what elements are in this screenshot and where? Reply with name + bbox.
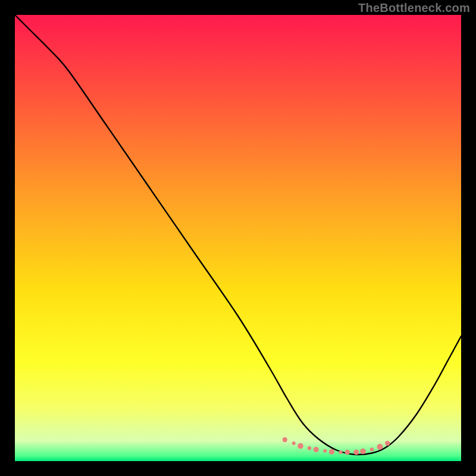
curve-layer	[15, 15, 461, 461]
valley-dot	[292, 441, 296, 445]
valley-dot	[360, 449, 366, 455]
valley-dot	[353, 449, 359, 455]
valley-dot	[385, 441, 390, 446]
valley-dot	[339, 450, 343, 454]
watermark-text: TheBottleneck.com	[358, 1, 470, 15]
valley-dot	[314, 447, 319, 452]
valley-dot	[370, 447, 374, 451]
valley-dot	[329, 449, 334, 455]
valley-dot	[283, 437, 287, 442]
valley-dot	[308, 446, 311, 450]
valley-dot	[377, 444, 383, 450]
valley-dot	[298, 443, 303, 449]
chart-frame: TheBottleneck.com	[0, 0, 476, 476]
valley-dot	[323, 449, 327, 453]
bottleneck-curve	[15, 15, 461, 455]
valley-dot	[345, 450, 350, 455]
plot-area	[15, 15, 461, 461]
